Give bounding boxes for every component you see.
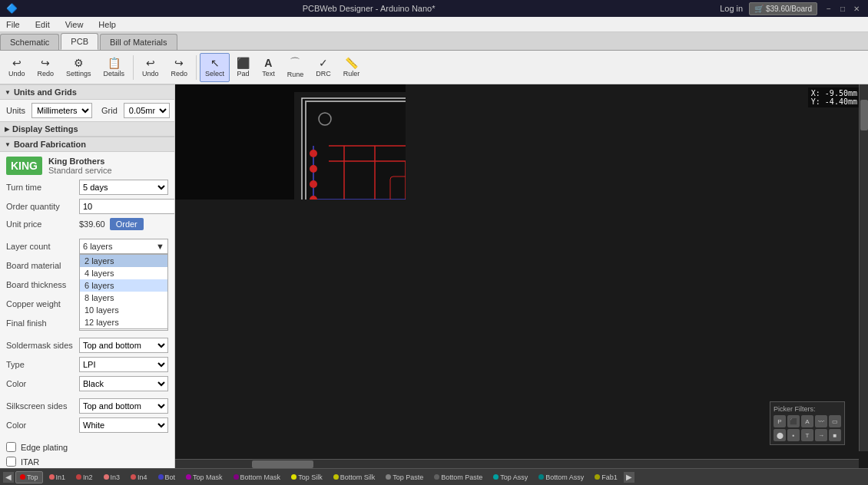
login-link[interactable]: Log in — [720, 4, 743, 13]
layer-count-dropdown[interactable]: 6 layers ▼ — [79, 239, 168, 254]
toolbar-btn-pad[interactable]: ⬛ Pad — [231, 53, 255, 82]
undo-icon: ↩ — [146, 57, 155, 69]
section-units-grids[interactable]: ▼ Units and Grids — [0, 84, 174, 100]
section-board-fabrication[interactable]: ▼ Board Fabrication — [0, 137, 174, 152]
toolbar-btn-details[interactable]: 📋 Details — [98, 53, 131, 82]
vscroll-thumb[interactable] — [860, 100, 868, 130]
fab-logo: KING — [6, 157, 42, 175]
layer-tab-bottom-paste[interactable]: Bottom Paste — [429, 471, 487, 483]
layer-tab-fab1[interactable]: Fab1 — [590, 471, 622, 483]
units-grids-arrow: ▼ — [5, 89, 11, 96]
picker-icon-via[interactable]: ⬤ — [774, 429, 786, 441]
picker-icon-pad[interactable]: ⬛ — [787, 415, 800, 427]
menu-view[interactable]: View — [62, 18, 87, 31]
layer-tab-in3[interactable]: In3 — [99, 471, 125, 483]
menu-help[interactable]: Help — [95, 18, 119, 31]
units-grids-title: Units and Grids — [14, 87, 77, 97]
toolbar-btn-drc[interactable]: ✓ DRC — [310, 53, 336, 82]
layer-tab-in4[interactable]: In4 — [126, 471, 152, 483]
unit-price-row: Unit price $39.60 Order — [0, 218, 174, 230]
toolbar-btn-select[interactable]: ↖ Select — [200, 53, 230, 82]
layer-nav-right[interactable]: ▶ — [624, 472, 634, 483]
toolbar-btn-redo[interactable]: ↪ Redo — [166, 53, 194, 82]
order-button[interactable]: Order — [110, 218, 144, 230]
redo-icon: ↪ — [174, 57, 184, 69]
window-controls: − □ ✕ — [823, 3, 862, 14]
picker-icon-arrow[interactable]: → — [815, 429, 827, 441]
layer-option-8[interactable]: 8 layers — [80, 292, 167, 304]
layer-tab-in2[interactable]: In2 — [71, 471, 98, 483]
color-select[interactable]: Black Green Red Blue — [79, 376, 168, 391]
layer-option-10[interactable]: 10 layers — [80, 304, 167, 316]
picker-icon-part[interactable]: P — [774, 415, 786, 427]
text-icon: A — [264, 57, 272, 69]
order-qty-input[interactable] — [79, 199, 175, 214]
picker-icon-poly[interactable]: ▭ — [829, 415, 841, 427]
color-row: Color Black Green Red Blue — [0, 376, 174, 391]
picker-filters-panel: Picker Filters: P ⬛ A 〰 ▭ ⬤ ▪ T → ■ — [770, 401, 845, 445]
toolbar-btn-undo[interactable]: ↩ Undo — [137, 53, 164, 82]
units-select[interactable]: Millimeters Inches Mils — [31, 103, 92, 118]
bot-layer-dot — [158, 474, 164, 480]
coordinates-display: X: -9.50mm Y: -4.40mm — [808, 87, 860, 107]
final-finish-label: Final finish — [6, 318, 79, 328]
soldermask-sides-select[interactable]: Top and bottom Top only Bottom only — [79, 338, 168, 353]
toolbar-btn-text[interactable]: A Text — [257, 53, 280, 82]
layer-dropdown-list: 2 layers 4 layers 6 layers 8 layers 10 l… — [79, 254, 168, 329]
silk-color-select[interactable]: White Black Yellow — [79, 417, 168, 433]
toolbar-btn-rune[interactable]: ⌒ Rune — [282, 53, 310, 82]
horizontal-scrollbar[interactable] — [175, 459, 859, 468]
tab-schematic[interactable]: Schematic — [0, 34, 59, 50]
picker-icon-trace[interactable]: 〰 — [815, 415, 827, 427]
layer-tab-top-assy[interactable]: Top Assy — [489, 471, 532, 483]
maximize-button[interactable]: □ — [837, 3, 848, 14]
layer-tab-top[interactable]: Top — [15, 471, 43, 483]
turn-time-select[interactable]: 5 days 3 days 7 days — [79, 180, 168, 195]
layer-tab-top-mask[interactable]: Top Mask — [181, 471, 227, 483]
picker-icon-t[interactable]: T — [801, 429, 813, 441]
layer-tab-in1[interactable]: In1 — [45, 471, 71, 483]
layer-option-2[interactable]: 2 layers — [80, 255, 167, 267]
bottom-paste-dot — [434, 474, 439, 480]
picker-icon-rect[interactable]: ■ — [829, 429, 841, 441]
toolbar-separator — [133, 55, 134, 80]
close-button[interactable]: ✕ — [851, 3, 862, 14]
layer-tab-bottom-silk[interactable]: Bottom Silk — [329, 471, 380, 483]
turn-time-label: Turn time — [6, 183, 79, 192]
silkscreen-sides-select[interactable]: Top and bottom Top only Bottom only — [79, 398, 168, 414]
order-quantity-row: Order quantity — [0, 199, 174, 214]
layer-tab-bottom-assy[interactable]: Bottom Assy — [534, 471, 588, 483]
fab-service: Standard service — [48, 166, 112, 175]
tab-pcb[interactable]: PCB — [61, 33, 98, 50]
menu-file[interactable]: File — [3, 18, 23, 31]
type-select[interactable]: LPI — [79, 357, 168, 372]
vertical-scrollbar[interactable] — [859, 84, 868, 451]
pcb-view[interactable]: 32A U1 Arduino Nano v3.0 U10 — [175, 84, 406, 200]
section-display-settings[interactable]: ▶ Display Settings — [0, 121, 174, 137]
layer-option-6[interactable]: 6 layers — [80, 279, 167, 292]
toolbar-btn-ruler[interactable]: 📏 Ruler — [338, 53, 366, 82]
picker-icon-text-aa[interactable]: A — [801, 415, 813, 427]
minimize-button[interactable]: − — [823, 3, 834, 14]
edge-plating-checkbox[interactable] — [6, 442, 16, 452]
layer-option-12[interactable]: 12 layers — [80, 316, 167, 328]
menu-edit[interactable]: Edit — [32, 18, 53, 31]
toolbar: ↩ Undo ↪ Redo ⚙ Settings 📋 Details ↩ Und… — [0, 51, 868, 84]
layer-nav-left[interactable]: ◀ — [3, 472, 14, 483]
toolbar-btn-redo2[interactable]: ↪ Redo — [32, 53, 60, 82]
in2-layer-dot — [76, 474, 81, 480]
picker-icon-small[interactable]: ▪ — [787, 429, 800, 441]
itar-checkbox[interactable] — [6, 457, 16, 467]
hscroll-thumb[interactable] — [252, 460, 313, 468]
toolbar-btn-settings[interactable]: ⚙ Settings — [61, 53, 97, 82]
toolbar-btn-undo2[interactable]: ↩ Undo — [3, 53, 31, 82]
tab-bom[interactable]: Bill of Materials — [100, 34, 177, 50]
grid-select[interactable]: 0.05mm 0.1mm 0.25mm — [124, 103, 170, 118]
layer-option-4[interactable]: 4 layers — [80, 267, 167, 279]
color-label: Color — [6, 379, 79, 388]
layer-tab-top-silk[interactable]: Top Silk — [287, 471, 327, 483]
layer-tab-top-paste[interactable]: Top Paste — [381, 471, 428, 483]
layer-tab-bottom-mask[interactable]: Bottom Mask — [229, 471, 286, 483]
layer-tab-bot[interactable]: Bot — [154, 471, 181, 483]
dropdown-arrow-icon: ▼ — [156, 242, 164, 251]
